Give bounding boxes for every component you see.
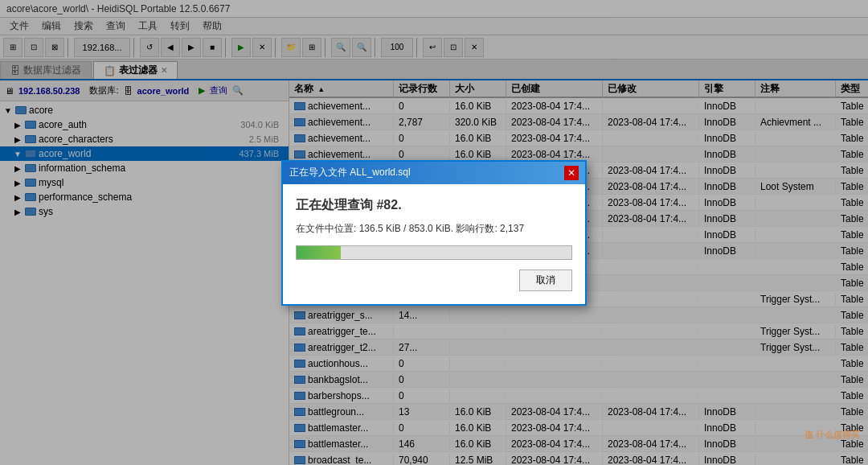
progress-container: [296, 245, 572, 260]
watermark: 值 什么值得买: [805, 429, 860, 441]
modal-heading: 正在处理查询 #82.: [296, 197, 572, 214]
progress-bar: [297, 246, 341, 259]
import-modal: 正在导入文件 ALL_world.sql ✕ 正在处理查询 #82. 在文件中位…: [281, 160, 587, 306]
modal-status: 在文件中位置: 136.5 KiB / 853.0 KiB. 影响行数: 2,1…: [296, 222, 572, 236]
modal-status-value: 136.5 KiB / 853.0 KiB. 影响行数: 2,137: [359, 223, 524, 234]
modal-body: 正在处理查询 #82. 在文件中位置: 136.5 KiB / 853.0 Ki…: [283, 184, 585, 304]
modal-title-text: 正在导入文件 ALL_world.sql: [289, 166, 411, 179]
watermark-text: 值 什么值得买: [805, 429, 860, 441]
modal-status-label: 在文件中位置:: [296, 223, 356, 234]
modal-title-bar: 正在导入文件 ALL_world.sql ✕: [283, 162, 585, 184]
modal-close-button[interactable]: ✕: [564, 166, 579, 180]
cancel-button[interactable]: 取消: [519, 270, 572, 291]
modal-footer: 取消: [296, 270, 572, 291]
modal-overlay: 正在导入文件 ALL_world.sql ✕ 正在处理查询 #82. 在文件中位…: [0, 0, 868, 465]
